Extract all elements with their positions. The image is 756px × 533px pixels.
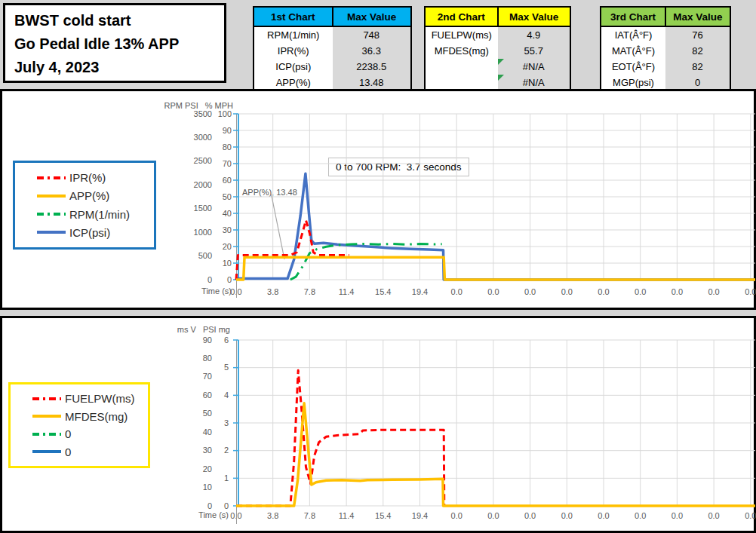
plot-area[interactable] (236, 340, 755, 509)
metric-value-cell[interactable]: #N/A (498, 75, 570, 90)
metric-value-cell[interactable]: 55.7 (498, 43, 570, 59)
legend-label: MFDES(mg) (65, 410, 128, 423)
chart-2-axis-units: ms VPSI mg (115, 325, 230, 334)
metric-label-cell[interactable]: FUELPW(ms) (426, 26, 498, 43)
metric-value-cell[interactable]: 76 (665, 26, 730, 43)
x-tick-label: 11.4 (330, 511, 363, 521)
x-tick-label: 0.0 (587, 287, 620, 297)
max-value-table-2nd-chart[interactable]: 2nd Chart Max Value FUELPW(ms)4.9MFDES(m… (424, 6, 571, 92)
max-value-table-3rd-chart[interactable]: 3rd Chart Max Value IAT(Â°F)76MAT(Â°F)82… (600, 6, 731, 92)
x-tick-label: 11.4 (330, 287, 363, 297)
metric-label-cell[interactable]: APP(%) (254, 75, 333, 90)
x-tick-label: 3.8 (257, 511, 290, 521)
metric-label-cell[interactable] (426, 75, 498, 90)
y-tick-label: 3 (183, 418, 229, 428)
x-tick-label: 15.4 (367, 287, 400, 297)
x-tick-label: 0.0 (660, 287, 693, 297)
chart-fuelpw-mfdes[interactable]: FUELPW(ms)MFDES(mg)00 ms VPSI mg Time (s… (0, 316, 756, 533)
legend-item[interactable]: 0 (32, 446, 148, 458)
error-indicator-triangle (498, 75, 504, 81)
x-tick-label: 0.0 (477, 287, 510, 297)
table-row: IPR(%)36.3 (254, 43, 410, 59)
metric-value-cell[interactable]: 0 (665, 75, 730, 90)
table-row: IAT(Â°F)76 (601, 26, 730, 43)
x-tick-label: 3.8 (257, 287, 290, 297)
x-tick-label: 0.0 (550, 287, 583, 297)
metric-label-cell[interactable]: IPR(%) (254, 43, 333, 59)
x-tick-label: 0.0 (587, 511, 620, 521)
table-3-max-value-header: Max Value (665, 8, 730, 26)
metric-label-cell[interactable]: ICP(psi) (254, 59, 333, 75)
legend-sample-line (36, 194, 66, 198)
legend-item[interactable]: APP(%) (36, 189, 154, 202)
metric-value-cell[interactable]: 82 (665, 43, 730, 59)
table-row: ICP(psi)2238.5 (254, 59, 410, 75)
metric-label-cell[interactable]: IAT(Â°F) (601, 26, 665, 43)
metric-value-cell[interactable]: 13.48 (333, 75, 411, 90)
x-tick-label: 0.0 (697, 287, 730, 297)
metric-label-cell[interactable]: MAT(Â°F) (601, 43, 665, 59)
legend-item[interactable]: MFDES(mg) (32, 410, 148, 423)
table-row: APP(%)13.48 (254, 75, 410, 90)
legend-label: ICP(psi) (69, 226, 110, 239)
x-tick-label: 0.0 (697, 511, 730, 521)
table-row: MGP(psi)0 (601, 75, 730, 90)
metric-value-cell[interactable]: 82 (665, 59, 730, 75)
legend-sample-line (32, 414, 62, 418)
x-tick-label: 7.8 (293, 511, 326, 521)
chart-1-legend[interactable]: IPR(%)APP(%)RPM(1/min)ICP(psi) (13, 161, 156, 250)
plot-area[interactable] (236, 114, 755, 283)
metric-value-cell[interactable]: 748 (333, 26, 411, 43)
legend-label: APP(%) (69, 189, 109, 202)
metric-label-cell[interactable]: MGP(psi) (601, 75, 665, 90)
y-tick-label: 1 (183, 473, 229, 483)
legend-label: 0 (65, 427, 71, 440)
y-tick-label: 90 (186, 126, 232, 136)
y-tick-label: 100 (186, 109, 232, 119)
x-tick-label: 0.0 (734, 511, 756, 521)
chart-2-legend[interactable]: FUELPW(ms)MFDES(mg)00 (8, 382, 150, 468)
legend-item[interactable]: 0 (32, 427, 148, 440)
table-1-title: 1st Chart (254, 8, 333, 26)
y-tick-label: 70 (186, 159, 232, 169)
metric-label-cell[interactable]: RPM(1/min) (254, 26, 333, 43)
table-row: #N/A (426, 59, 570, 75)
metric-value-cell[interactable]: #N/A (498, 59, 570, 75)
legend-item[interactable]: IPR(%) (36, 171, 154, 184)
x-tick-label: 15.4 (367, 511, 400, 521)
metric-label-cell[interactable] (426, 59, 498, 75)
y-tick-label: 20 (186, 242, 232, 252)
left-axis-unit: ms V (177, 325, 196, 334)
metric-value-cell[interactable]: 36.3 (333, 43, 411, 59)
y-tick-label: 70 (167, 372, 212, 381)
y-tick-label: 6 (183, 335, 229, 345)
x-tick-label: 0.0 (734, 287, 756, 297)
metric-value-cell[interactable]: 2238.5 (333, 59, 411, 75)
metric-value-cell[interactable]: 4.9 (498, 26, 570, 43)
max-value-table-1st-chart[interactable]: 1st Chart Max Value RPM(1/min)748IPR(%)3… (253, 6, 412, 92)
legend-sample-line (36, 230, 66, 234)
y-tick-label: 80 (186, 142, 232, 152)
legend-sample-line (32, 432, 62, 437)
legend-label: IPR(%) (69, 171, 106, 184)
error-indicator-triangle (498, 59, 504, 65)
table-row: MAT(Â°F)82 (601, 43, 730, 59)
metric-label-cell[interactable]: EOT(Â°F) (601, 59, 665, 75)
y-tick-label: 2 (183, 446, 229, 455)
legend-item[interactable]: FUELPW(ms) (32, 392, 148, 405)
y-tick-label: 50 (186, 192, 232, 202)
x-tick-label: 0.0 (550, 511, 583, 521)
legend-item[interactable]: ICP(psi) (36, 226, 154, 239)
dashboard: BWST cold start Go Pedal Idle 13% APP Ju… (0, 0, 756, 533)
table-row: MFDES(mg)55.7 (426, 43, 570, 59)
right-axis-unit: PSI mg (203, 325, 230, 334)
title-line-3: July 4, 2023 (14, 56, 215, 79)
legend-item[interactable]: RPM(1/min) (36, 208, 154, 221)
title-line-2: Go Pedal Idle 13% APP (14, 32, 215, 56)
y-tick-label: 4 (183, 391, 229, 400)
x-tick-label: 19.4 (404, 511, 437, 521)
x-tick-label: 0.0 (514, 511, 547, 521)
chart-rpm-icp[interactable]: IPR(%)APP(%)RPM(1/min)ICP(psi) RPM PSI% … (0, 89, 756, 310)
x-tick-label: 0.0 (624, 511, 657, 521)
metric-label-cell[interactable]: MFDES(mg) (426, 43, 498, 59)
